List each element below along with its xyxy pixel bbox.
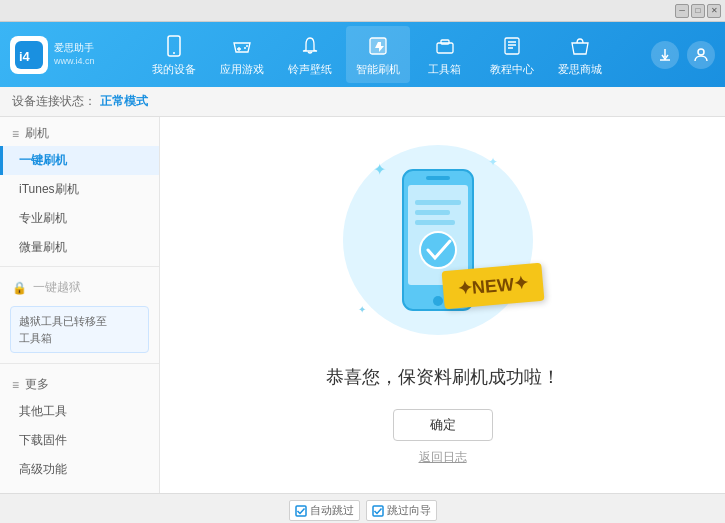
svg-point-10 <box>698 49 704 55</box>
more-label: 更多 <box>25 376 49 393</box>
sidebar-section-jailbreak: 🔒 一键越狱 <box>0 271 159 300</box>
svg-rect-9 <box>505 38 519 54</box>
nav-label: 教程中心 <box>490 62 534 77</box>
svg-rect-14 <box>426 176 450 180</box>
jailbreak-info-text: 越狱工具已转移至工具箱 <box>19 315 107 344</box>
logo-text: 爱思助手 www.i4.cn <box>54 41 95 68</box>
sidebar-item-restore-flash[interactable]: 微量刷机 <box>0 233 159 262</box>
auto-skip-checkbox[interactable]: 自动跳过 <box>289 500 360 521</box>
flash-icon <box>364 32 392 60</box>
section-label: 刷机 <box>25 125 49 142</box>
jailbreak-label: 一键越狱 <box>33 279 81 296</box>
jailbreak-info-box: 越狱工具已转移至工具箱 <box>10 306 149 353</box>
sidebar-item-download-firmware[interactable]: 下载固件 <box>0 426 159 455</box>
nav-label: 工具箱 <box>428 62 461 77</box>
phone-icon <box>160 32 188 60</box>
checkbox-icon <box>295 505 307 517</box>
success-text: 恭喜您，保资料刷机成功啦！ <box>326 365 560 389</box>
auto-skip-label: 自动跳过 <box>310 503 354 518</box>
nav-label: 爱思商城 <box>558 62 602 77</box>
cancel-link[interactable]: 返回日志 <box>419 449 467 466</box>
content-area: ✦ ✦ ✦ <box>160 117 725 493</box>
logo-area: i4 爱思助手 www.i4.cn <box>10 36 110 74</box>
nav-item-toolbox[interactable]: 工具箱 <box>414 26 476 83</box>
nav-items: 我的设备 应用游戏 铃声壁纸 智能刷机 工具箱 <box>110 26 643 83</box>
svg-rect-19 <box>296 506 306 516</box>
divider <box>0 266 159 267</box>
sparkle-3: ✦ <box>358 304 366 315</box>
checkbox-icon2 <box>372 505 384 517</box>
checkbox-row: 自动跳过 跳过向导 <box>289 500 437 521</box>
sidebar-item-itunes-flash[interactable]: iTunes刷机 <box>0 175 159 204</box>
phone-circle: ✦ ✦ ✦ <box>343 145 533 335</box>
user-button[interactable] <box>687 41 715 69</box>
nav-label: 铃声壁纸 <box>288 62 332 77</box>
svg-point-4 <box>244 47 246 49</box>
sidebar-section-flash: ≡ 刷机 <box>0 117 159 146</box>
logo-icon: i4 <box>10 36 48 74</box>
skip-wizard-checkbox[interactable]: 跳过向导 <box>366 500 437 521</box>
nav-item-apps-games[interactable]: 应用游戏 <box>210 26 274 83</box>
sidebar-item-pro-flash[interactable]: 专业刷机 <box>0 204 159 233</box>
svg-rect-15 <box>415 200 461 205</box>
nav-label: 我的设备 <box>152 62 196 77</box>
svg-point-18 <box>420 232 456 268</box>
lock-icon: 🔒 <box>12 281 27 295</box>
window-controls[interactable]: ─ □ ✕ <box>675 4 721 18</box>
svg-point-3 <box>173 52 175 54</box>
svg-point-13 <box>433 296 443 306</box>
divider2 <box>0 363 159 364</box>
list-icon: ≡ <box>12 127 19 141</box>
nav-item-smart-flash[interactable]: 智能刷机 <box>346 26 410 83</box>
sparkle-1: ✦ <box>373 160 386 179</box>
sidebar-section-more: ≡ 更多 <box>0 368 159 397</box>
footer-bar: 自动跳过 跳过向导 iPhone 12 mini 64GB Down-12min… <box>0 493 725 523</box>
gamepad-icon <box>228 32 256 60</box>
tools-icon <box>431 32 459 60</box>
sidebar: ≡ 刷机 一键刷机 iTunes刷机 专业刷机 微量刷机 🔒 一键越狱 越狱工具… <box>0 117 160 493</box>
maximize-button[interactable]: □ <box>691 4 705 18</box>
svg-rect-8 <box>441 40 449 44</box>
sparkle-2: ✦ <box>488 155 498 169</box>
main-area: ≡ 刷机 一键刷机 iTunes刷机 专业刷机 微量刷机 🔒 一键越狱 越狱工具… <box>0 117 725 493</box>
svg-point-5 <box>246 45 248 47</box>
nav-item-mall[interactable]: 爱思商城 <box>548 26 612 83</box>
svg-rect-17 <box>415 220 455 225</box>
header: i4 爱思助手 www.i4.cn 我的设备 应用游戏 铃声壁纸 <box>0 22 725 87</box>
nav-item-tutorial[interactable]: 教程中心 <box>480 26 544 83</box>
minimize-button[interactable]: ─ <box>675 4 689 18</box>
sidebar-item-other-tools[interactable]: 其他工具 <box>0 397 159 426</box>
nav-item-ringtones[interactable]: 铃声壁纸 <box>278 26 342 83</box>
sidebar-item-one-click-flash[interactable]: 一键刷机 <box>0 146 159 175</box>
nav-item-my-device[interactable]: 我的设备 <box>142 26 206 83</box>
svg-rect-20 <box>373 506 383 516</box>
nav-label: 应用游戏 <box>220 62 264 77</box>
svg-rect-16 <box>415 210 450 215</box>
skip-wizard-label: 跳过向导 <box>387 503 431 518</box>
confirm-button[interactable]: 确定 <box>393 409 493 441</box>
status-label: 设备连接状态： <box>12 93 96 110</box>
status-bar: 设备连接状态： 正常模式 <box>0 87 725 117</box>
bell-icon <box>296 32 324 60</box>
book-icon <box>498 32 526 60</box>
sidebar-item-advanced[interactable]: 高级功能 <box>0 455 159 484</box>
illustration: ✦ ✦ ✦ <box>343 145 543 345</box>
title-bar: ─ □ ✕ <box>0 0 725 22</box>
download-button[interactable] <box>651 41 679 69</box>
shop-icon <box>566 32 594 60</box>
nav-label: 智能刷机 <box>356 62 400 77</box>
status-value: 正常模式 <box>100 93 148 110</box>
nav-right <box>651 41 715 69</box>
close-button[interactable]: ✕ <box>707 4 721 18</box>
new-badge: ✦NEW✦ <box>441 262 544 309</box>
svg-text:i4: i4 <box>19 49 31 64</box>
more-list-icon: ≡ <box>12 378 19 392</box>
